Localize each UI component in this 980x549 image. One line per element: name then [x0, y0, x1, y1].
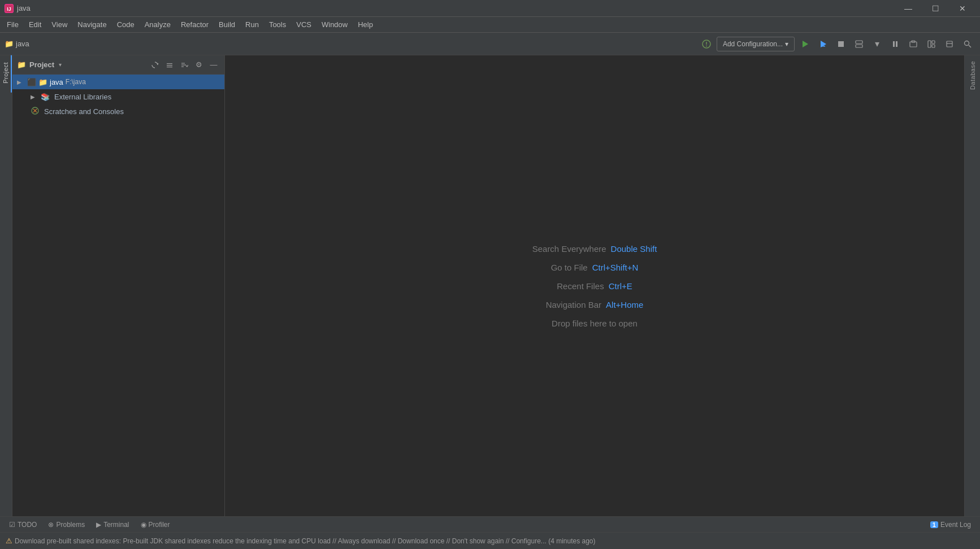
- title-bar-left: IJ java: [5, 4, 31, 13]
- terminal-tab[interactable]: ▶ Terminal: [92, 520, 133, 530]
- goto-file-shortcut[interactable]: Ctrl+Shift+N: [592, 263, 639, 272]
- drop-files-label: Drop files here to open: [552, 319, 638, 328]
- layout-button[interactable]: [923, 36, 939, 52]
- app-icon: IJ: [5, 4, 14, 13]
- editor-area: Search Everywhere Double Shift Go to Fil…: [225, 55, 964, 516]
- right-sidebar: Database: [964, 55, 980, 516]
- search-everywhere-label: Search Everywhere: [532, 244, 606, 254]
- tree-item-java-root[interactable]: ▶ ⬛ 📁 java F:\java: [12, 75, 224, 89]
- project-panel: 📁 Project ▾ ⚙ — ▶ ⬛: [12, 55, 225, 516]
- goto-file-label: Go to File: [551, 263, 588, 272]
- chevron-icon: ▶: [17, 79, 25, 85]
- recent-files-label: Recent Files: [557, 281, 604, 291]
- menu-item-analyze[interactable]: Analyze: [140, 18, 175, 31]
- project-dropdown-arrow[interactable]: ▾: [59, 62, 62, 68]
- tree-item-java-label: java: [50, 78, 63, 86]
- project-panel-title: Project: [29, 60, 54, 69]
- problems-label: Problems: [56, 521, 85, 529]
- run-config-arrow[interactable]: ▾: [869, 36, 885, 52]
- terminal-icon: ▶: [96, 521, 101, 529]
- svg-line-21: [969, 45, 971, 47]
- minimize-button[interactable]: —: [895, 0, 921, 17]
- hint-goto-file: Go to File Ctrl+Shift+N: [551, 263, 639, 272]
- project-sync-button[interactable]: [149, 59, 161, 71]
- menu-item-refactor[interactable]: Refactor: [176, 18, 213, 31]
- folder-icon: 📁: [5, 40, 14, 48]
- svg-marker-22: [157, 63, 159, 65]
- menu-item-help[interactable]: Help: [353, 18, 378, 31]
- library-icon: 📚: [41, 93, 50, 101]
- event-log-button[interactable]: 1 Event Log: [926, 520, 975, 530]
- menu-item-build[interactable]: Build: [214, 18, 240, 31]
- navigation-bar-label: Navigation Bar: [546, 300, 601, 310]
- project-name-label: java: [16, 40, 29, 48]
- svg-rect-24: [167, 65, 172, 66]
- menu-item-tools[interactable]: Tools: [264, 18, 290, 31]
- svg-rect-17: [932, 45, 935, 47]
- hint-drop-files: Drop files here to open: [552, 319, 638, 328]
- menu-item-run[interactable]: Run: [241, 18, 263, 31]
- svg-point-20: [965, 41, 969, 45]
- svg-rect-15: [928, 41, 931, 47]
- menu-item-file[interactable]: File: [2, 18, 23, 31]
- profiler-label: Profiler: [149, 521, 170, 529]
- main-layout: Project 📁 Project ▾ ⚙ —: [0, 55, 980, 516]
- scratch-icon: [31, 106, 40, 117]
- todo-icon: ☑: [9, 521, 15, 529]
- status-bar: ⚠ Download pre-built shared indexes: Pre…: [0, 532, 980, 549]
- restore-button[interactable]: [942, 36, 957, 52]
- left-panel-tabs: Project: [0, 55, 12, 516]
- recent-files-shortcut[interactable]: Ctrl+E: [609, 281, 632, 291]
- status-message: Download pre-built shared indexes: Pre-b…: [15, 537, 596, 545]
- problems-tab[interactable]: ⊗ Problems: [44, 520, 89, 530]
- tree-item-scratches[interactable]: Scratches and Consoles: [12, 104, 224, 119]
- terminal-label: Terminal: [103, 521, 129, 529]
- project-settings-button[interactable]: ⚙: [193, 59, 205, 71]
- toolbar: 📁 java Add Configuration... ▾ ▾: [0, 33, 980, 55]
- database-tab-label[interactable]: Database: [967, 55, 978, 95]
- stop-button[interactable]: [833, 36, 849, 52]
- project-filter-button[interactable]: [178, 59, 190, 71]
- menu-item-navigate[interactable]: Navigate: [73, 18, 111, 31]
- svg-rect-18: [947, 41, 952, 47]
- add-config-arrow-icon: ▾: [785, 40, 788, 48]
- tree-item-java-path: F:\java: [66, 78, 86, 86]
- search-button[interactable]: [960, 36, 975, 52]
- hint-recent-files: Recent Files Ctrl+E: [557, 281, 632, 291]
- inspections-button[interactable]: [699, 36, 714, 52]
- project-title-area: 📁 java: [5, 40, 29, 48]
- hint-navigation-bar: Navigation Bar Alt+Home: [546, 300, 644, 310]
- svg-rect-10: [856, 41, 862, 43]
- navigation-bar-shortcut[interactable]: Alt+Home: [606, 300, 643, 310]
- menu-item-code[interactable]: Code: [112, 18, 139, 31]
- tree-item-scratches-label: Scratches and Consoles: [44, 107, 124, 116]
- pause-button[interactable]: [887, 36, 903, 52]
- svg-point-4: [706, 45, 707, 46]
- svg-rect-9: [856, 45, 862, 47]
- tree-item-external-libraries[interactable]: ▶ 📚 External Libraries: [12, 89, 224, 104]
- title-text: java: [17, 4, 31, 12]
- menu-item-window[interactable]: Window: [317, 18, 352, 31]
- svg-rect-8: [838, 41, 844, 47]
- menu-item-view[interactable]: View: [47, 18, 72, 31]
- project-tab-label[interactable]: Project: [1, 55, 12, 93]
- menu-item-edit[interactable]: Edit: [24, 18, 46, 31]
- close-button[interactable]: ✕: [949, 0, 975, 17]
- project-collapse-button[interactable]: [163, 59, 176, 71]
- event-log-label: Event Log: [940, 521, 971, 529]
- build-button[interactable]: [851, 36, 867, 52]
- maximize-button[interactable]: ☐: [922, 0, 948, 17]
- svg-marker-5: [803, 41, 808, 47]
- menu-item-vcs[interactable]: VCS: [292, 18, 316, 31]
- debug-button[interactable]: [815, 36, 831, 52]
- profiler-tab[interactable]: ◉ Profiler: [136, 520, 175, 530]
- todo-tab[interactable]: ☑ TODO: [5, 520, 41, 530]
- run-button[interactable]: [797, 36, 813, 52]
- project-minimize-button[interactable]: —: [207, 59, 220, 71]
- add-configuration-button[interactable]: Add Configuration... ▾: [717, 37, 795, 51]
- folder-project-icon: 📁: [17, 60, 26, 69]
- open-in-button[interactable]: [905, 36, 921, 52]
- search-everywhere-shortcut[interactable]: Double Shift: [611, 244, 657, 254]
- project-panel-header: 📁 Project ▾ ⚙ —: [12, 55, 224, 75]
- java-folder-icon: 📁: [38, 78, 47, 86]
